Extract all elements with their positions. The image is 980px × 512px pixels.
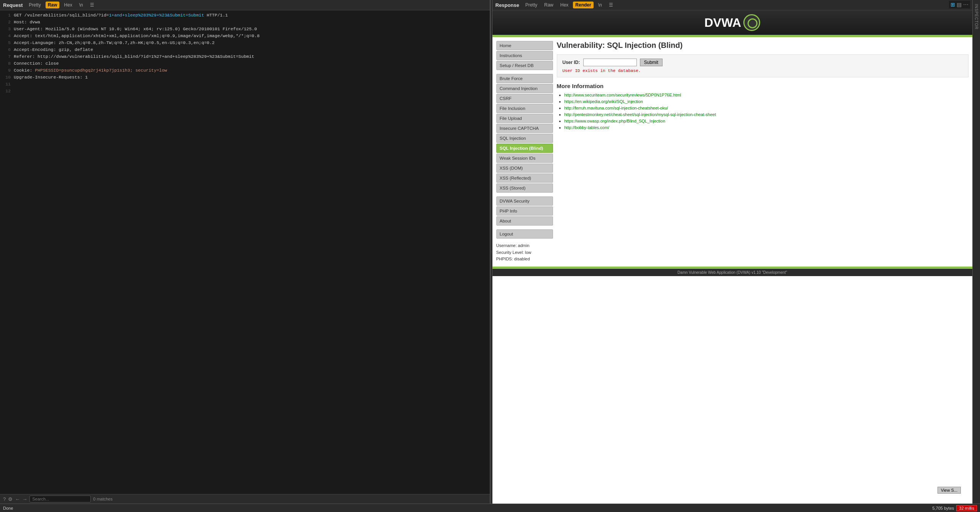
code-line-10: 10 Upgrade-Insecure-Requests: 1 [0,74,490,81]
nav-xss-dom[interactable]: XSS (DOM) [496,164,553,173]
more-info-links: http://www.securiteam.com/securityreview… [557,92,969,130]
nav-dvwa-security[interactable]: DVWA Security [496,196,553,206]
forward-icon[interactable]: → [22,496,27,502]
dvwa-logo-text: DVWA [704,16,741,30]
request-tab-menu[interactable]: ☰ [88,2,97,8]
request-search-bar: ? ⚙ ← → 0 matches [0,494,490,504]
page-title: Vulnerability: SQL Injection (Blind) [557,41,969,50]
dvwa-logo: DVWA [704,14,760,31]
response-tab-hex[interactable]: Hex [558,2,571,8]
code-line-4: 4 Accept: text/html,application/xhtml+xm… [0,33,490,39]
code-line-2: 2 Host: dvwa [0,19,490,26]
nav-file-upload[interactable]: File Upload [496,114,553,123]
status-millis: 32 millis [956,505,977,511]
code-line-6: 6 Accept-Encoding: gzip, deflate [0,46,490,53]
request-tab-newline[interactable]: \n [77,2,85,8]
response-tab-raw[interactable]: Raw [542,2,556,8]
nav-home[interactable]: Home [496,41,553,50]
response-render-area: DVWA Home Instructions Setup / Reset DB … [492,10,973,504]
response-header: Response Pretty Raw Hex Render \n ☰ [492,0,973,10]
nav-logout[interactable]: Logout [496,229,553,239]
response-tab-render[interactable]: Render [573,2,593,8]
link-1[interactable]: http://www.securiteam.com/securityreview… [564,93,681,97]
submit-button[interactable]: Submit [640,59,663,66]
search-input[interactable] [29,496,91,502]
link-3[interactable]: http://ferruh.mavituna.com/sql-injection… [564,106,668,110]
list-view-icon[interactable]: ▤ [957,2,962,8]
link-6[interactable]: http://bobby-tables.com/ [564,125,609,130]
nav-xss-stored[interactable]: XSS (Stored) [496,183,553,193]
grid-view-icon[interactable]: ⊞ [951,2,955,8]
request-tab-hex[interactable]: Hex [62,2,74,8]
request-tab-raw[interactable]: Raw [46,2,60,8]
nav-sql-injection[interactable]: SQL Injection [496,134,553,143]
list-item: http://pentestmonkey.net/cheat-sheet/sql… [564,112,969,117]
link-5[interactable]: https://www.owasp.org/index.php/Blind_SQ… [564,119,666,123]
link-4[interactable]: http://pentestmonkey.net/cheat-sheet/sql… [564,112,716,117]
request-title: Request [3,2,23,8]
nav-about[interactable]: About [496,216,553,226]
nav-instructions[interactable]: Instructions [496,51,553,60]
nav-setup[interactable]: Setup / Reset DB [496,61,553,70]
nav-csrf[interactable]: CSRF [496,94,553,103]
phpids-value: disabled [514,257,530,261]
split-view-icon[interactable]: ⋯ [963,2,969,8]
user-id-label: User ID: [563,60,580,65]
code-line-11: 11 [0,81,490,88]
status-right: 5,705 bytes 32 millis [930,505,977,511]
response-tab-newline[interactable]: \n [596,2,604,8]
list-item: https://en.wikipedia.org/wiki/SQL_inject… [564,99,969,104]
list-item: http://ferruh.mavituna.com/sql-injection… [564,105,969,111]
code-line-3: 3 User-Agent: Mozilla/5.0 (Windows NT 10… [0,26,490,33]
back-icon[interactable]: ← [15,496,20,502]
code-line-1: 1 GET /vulnerabilities/sqli_blind/?id=1+… [0,12,490,19]
link-2[interactable]: https://en.wikipedia.org/wiki/SQL_inject… [564,99,643,104]
status-bar: Done 5,705 bytes 32 millis [0,504,980,512]
security-line: Security Level: low [496,249,553,256]
nav-sql-injection-blind[interactable]: SQL Injection (Blind) [496,144,553,153]
user-id-input[interactable] [583,59,637,66]
nav-brute-force[interactable]: Brute Force [496,74,553,83]
dvwa-user-info: Username: admin Security Level: low PHPI… [496,242,553,263]
nav-weak-session-ids[interactable]: Weak Session IDs [496,154,553,163]
list-item: http://bobby-tables.com/ [564,125,969,130]
nav-file-inclusion[interactable]: File Inclusion [496,104,553,113]
response-tab-pretty[interactable]: Pretty [523,2,540,8]
username-line: Username: admin [496,242,553,249]
nav-xss-reflected[interactable]: XSS (Reflected) [496,173,553,183]
code-line-9: 9 Cookie: PHPSESSID=psuncupdhgq2rj41kp7j… [0,67,490,74]
nav-php-info[interactable]: PHP Info [496,206,553,216]
dvwa-form-area: User ID: Submit User ID exists in the da… [557,54,969,77]
user-id-message: User ID exists in the database. [563,69,963,73]
nav-command-injection[interactable]: Command Injection [496,84,553,93]
username-label: Username: [496,243,517,248]
phpids-label: PHPIDS: [496,257,513,261]
list-item: http://www.securiteam.com/securityreview… [564,92,969,98]
more-info-section: More Information http://www.securiteam.c… [557,83,969,130]
status-bytes: 5,705 bytes [930,506,956,510]
security-label: Security Level: [496,250,524,255]
phpids-line: PHPIDS: disabled [496,256,553,263]
dvwa-header: DVWA [492,10,973,35]
inspector-panel: INSPECTOR [972,0,980,504]
request-pane: Request Pretty Raw Hex \n ☰ 1 GET /vulne… [0,0,490,504]
dvwa-footer-text: Damn Vulnerable Web Application (DVWA) v… [492,269,973,276]
match-count: 0 matches [93,497,113,501]
username-value: admin [518,243,529,248]
more-info-title: More Information [557,83,969,89]
response-tab-menu[interactable]: ☰ [607,2,615,8]
dvwa-page: DVWA Home Instructions Setup / Reset DB … [492,10,973,504]
user-id-row: User ID: Submit [563,59,963,66]
help-icon[interactable]: ? [3,496,6,502]
view-source-button[interactable]: View S... [937,487,961,494]
settings-icon[interactable]: ⚙ [8,496,13,502]
code-line-5: 5 Accept-Language: zh-CN,zh;q=0.8,zh-TW;… [0,39,490,46]
dvwa-main-content: Vulnerability: SQL Injection (Blind) Use… [557,41,969,263]
inspector-label: INSPECTOR [974,4,978,29]
response-pane: Response Pretty Raw Hex Render \n ☰ DVWA [492,0,973,504]
code-line-7: 7 Referer: http://dvwa/vulnerabilities/s… [0,53,490,60]
request-code-area: 1 GET /vulnerabilities/sqli_blind/?id=1+… [0,10,490,494]
code-line-8: 8 Connection: close [0,60,490,67]
request-tab-pretty[interactable]: Pretty [26,2,43,8]
nav-insecure-captcha[interactable]: Insecure CAPTCHA [496,124,553,133]
